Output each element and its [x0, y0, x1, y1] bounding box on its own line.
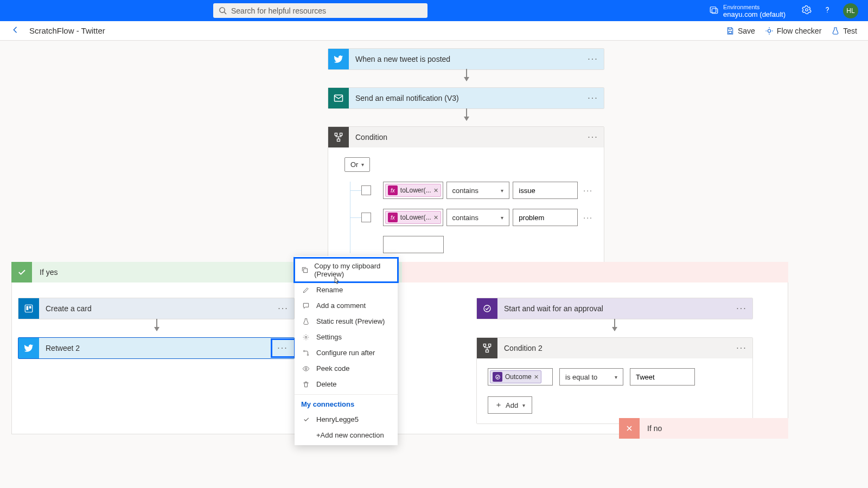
step-create-card[interactable]: Create a card ··· [18, 298, 295, 319]
step-approval-title: Start and wait for an approval [497, 304, 731, 313]
step-condition2[interactable]: Condition 2 ··· Outcome ✕ is equal to ▾ [476, 337, 753, 424]
pencil-icon [301, 286, 311, 294]
flow-checker-button[interactable]: Flow checker [765, 27, 821, 35]
plus-icon: ＋ [495, 400, 502, 410]
branch-if-no[interactable]: If no [619, 418, 788, 439]
chevron-down-icon: ▾ [361, 162, 364, 168]
operand-left[interactable]: fx toLower(... ✕ [383, 209, 443, 226]
step-condition2-menu[interactable]: ··· [731, 343, 752, 353]
svg-rect-20 [304, 269, 308, 273]
ctx-copy[interactable]: Copy to my clipboard (Preview) [295, 258, 398, 282]
trash-icon [301, 381, 311, 388]
svg-rect-16 [483, 344, 486, 346]
step-retweet-menu[interactable]: ··· [272, 340, 294, 356]
row-menu[interactable]: ··· [583, 213, 593, 222]
search-input[interactable]: Search for helpful resources [213, 3, 427, 18]
group-op-label: Or [350, 160, 358, 169]
gear-icon [301, 333, 311, 341]
mail-icon [328, 88, 349, 108]
save-button[interactable]: Save [726, 27, 755, 35]
add-condition-row[interactable]: ＋ Add ▾ [488, 396, 532, 414]
step-retweet[interactable]: Retweet 2 ··· [18, 337, 295, 359]
ctx-peek[interactable]: Peek code [295, 361, 398, 376]
svg-rect-13 [27, 306, 29, 311]
outcome-token[interactable]: Outcome ✕ [490, 370, 541, 383]
flow-icon [301, 349, 311, 357]
operand-left[interactable]: Outcome ✕ [488, 368, 553, 386]
step-condition-title: Condition [349, 133, 582, 142]
gear-icon[interactable] [802, 5, 812, 16]
test-button[interactable]: Test [831, 27, 857, 35]
help-icon[interactable] [822, 5, 832, 16]
branch-no-strip [402, 262, 788, 282]
svg-rect-17 [489, 344, 491, 346]
step-approval[interactable]: Start and wait for an approval ··· [476, 298, 753, 319]
svg-rect-11 [337, 139, 340, 141]
svg-rect-6 [729, 31, 731, 33]
chevron-down-icon: ▾ [501, 188, 503, 194]
fx-icon: fx [388, 213, 398, 222]
search-icon [219, 7, 227, 15]
ctx-comment[interactable]: Add a comment [295, 298, 398, 313]
environment-icon [709, 5, 719, 16]
row-menu[interactable]: ··· [583, 186, 593, 195]
step-condition-menu[interactable]: ··· [582, 132, 604, 142]
operand-right[interactable] [630, 368, 695, 386]
operand-left[interactable]: fx toLower(... ✕ [383, 182, 443, 199]
step-trigger-menu[interactable]: ··· [582, 54, 604, 64]
avatar[interactable]: HL [843, 3, 858, 18]
back-icon[interactable] [11, 25, 21, 36]
row-checkbox[interactable] [361, 185, 371, 195]
ctx-runafter[interactable]: Configure run after [295, 345, 398, 361]
eye-icon [301, 365, 311, 373]
approval-icon [477, 298, 497, 319]
flow-checker-label: Flow checker [777, 27, 821, 35]
svg-point-24 [305, 368, 307, 370]
svg-point-5 [827, 12, 828, 13]
step-create-card-menu[interactable]: ··· [272, 304, 294, 313]
svg-point-23 [307, 354, 308, 355]
svg-point-21 [305, 336, 307, 338]
operator-select[interactable]: is equal to ▾ [559, 368, 623, 386]
step-create-card-title: Create a card [39, 304, 272, 313]
operand-empty[interactable] [383, 236, 444, 253]
remove-token-icon[interactable]: ✕ [433, 187, 438, 194]
row-checkbox[interactable] [361, 213, 371, 222]
ctx-static[interactable]: Static result (Preview) [295, 313, 398, 329]
environment-value: enayu.com (default) [723, 11, 786, 18]
remove-token-icon[interactable]: ✕ [433, 214, 438, 221]
ctx-rename[interactable]: Rename [295, 282, 398, 298]
step-retweet-title: Retweet 2 [39, 344, 272, 352]
svg-rect-2 [710, 7, 716, 13]
operand-right[interactable] [513, 209, 578, 226]
svg-point-15 [484, 305, 490, 312]
step-trigger[interactable]: When a new tweet is posted ··· [328, 48, 604, 70]
top-app-bar: Search for helpful resources Environment… [0, 0, 868, 21]
expression-token[interactable]: fx toLower(... ✕ [385, 211, 441, 224]
close-icon [619, 418, 640, 439]
ctx-add-connection[interactable]: +Add new connection [295, 427, 398, 443]
twitter-icon [328, 49, 349, 69]
operator-select[interactable]: contains ▾ [446, 209, 510, 226]
svg-rect-14 [29, 306, 31, 309]
flow-canvas: When a new tweet is posted ··· Send an e… [0, 41, 868, 488]
expression-token[interactable]: fx toLower(... ✕ [385, 184, 441, 197]
operand-right[interactable] [513, 182, 578, 199]
comment-icon [301, 302, 311, 310]
step-email-menu[interactable]: ··· [582, 93, 604, 103]
ctx-settings[interactable]: Settings [295, 329, 398, 345]
ctx-connection[interactable]: HenryLegge5 [295, 412, 398, 427]
step-approval-menu[interactable]: ··· [731, 304, 752, 313]
condition-row-1: fx toLower(... ✕ contains ▾ ··· [361, 182, 593, 199]
ctx-delete[interactable]: Delete [295, 376, 398, 392]
chevron-down-icon: ▾ [615, 374, 617, 380]
condition-group-operator[interactable]: Or ▾ [344, 157, 370, 172]
step-email[interactable]: Send an email notification (V3) ··· [328, 87, 604, 109]
page-title: ScratchFlow - Twitter [29, 26, 105, 35]
environment-picker[interactable]: Environments enayu.com (default) [709, 3, 786, 18]
operator-select[interactable]: contains ▾ [446, 182, 510, 199]
remove-token-icon[interactable]: ✕ [534, 374, 539, 381]
trello-icon [18, 298, 39, 319]
svg-rect-12 [25, 305, 33, 312]
save-label: Save [738, 27, 755, 35]
